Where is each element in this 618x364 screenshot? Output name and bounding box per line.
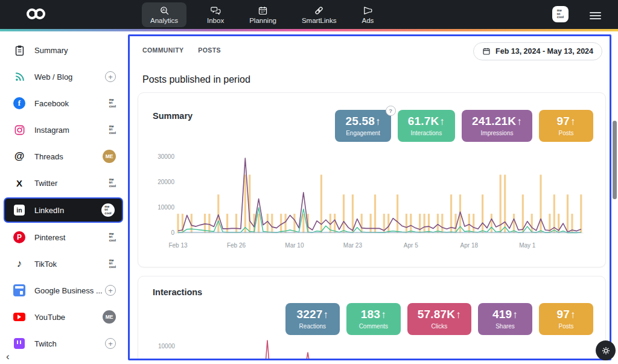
trend-up-icon: ↑ [517,116,522,127]
settings-fab[interactable] [596,340,616,360]
analytics-icon [159,5,170,16]
nav-label: Analytics [150,17,178,24]
metric-label: Impressions [472,130,522,136]
top-bar: Analytics Inbox Planning SmartLinks Ads … [0,0,618,29]
metric-value: 419↑ [488,308,522,321]
youtube-icon [13,313,25,321]
google-business-icon [13,284,25,296]
gear-icon [601,346,611,356]
metric-card-shares: 419↑ Shares [478,303,532,335]
sidebar-item-tiktok[interactable]: ♪ TikTok me tri cool [0,251,127,277]
metric-card-comments: 183↑ Comments [346,303,401,335]
sidebar-item-linkedin[interactable]: in LinkedIn me tri cool [4,197,123,223]
metric-value: 25.58↑ [345,115,380,128]
vertical-scrollbar-thumb[interactable] [613,121,617,199]
summary-metrics-row: ? 25.58↑ Engagement 61.7K↑ Interactions … [335,110,593,142]
sidebar-item-pinterest[interactable]: P Pinterest me tri cool [0,224,127,251]
instagram-icon [12,124,27,136]
sidebar-item-twitch[interactable]: Twitch + [0,330,127,357]
sidebar-item-label: LinkedIn [34,206,64,215]
twitch-icon [14,338,25,349]
metricool-account-badge: me tri cool [109,125,116,135]
metric-value: 97↑ [549,115,583,128]
calendar-icon [482,47,491,56]
sidebar-item-web-blog[interactable]: Web / Blog + [0,63,127,90]
help-icon[interactable]: ? [386,106,396,116]
sidebar-item-summary[interactable]: Summary [0,37,127,63]
sidebar-item-label: Twitch [34,339,57,348]
sidebar-item-threads[interactable]: @ Threads ME [0,143,127,170]
megaphone-icon [363,5,373,16]
metricool-brand-badge[interactable]: me tri cool [552,6,569,22]
metricool-account-badge: me tri cool [109,178,116,188]
sidebar-item-instagram[interactable]: Instagram me tri cool [0,117,127,143]
trend-up-icon: ↑ [570,309,576,321]
tab-posts[interactable]: POSTS [198,46,221,54]
interactions-card-title: Interactions [153,287,202,297]
brand-badge-text: me tri cool [557,9,564,19]
svg-text:Apr 18: Apr 18 [460,242,479,249]
metric-card-reactions: 3227↑ Reactions [285,303,340,335]
trend-up-icon: ↑ [381,309,386,321]
nav-ads[interactable]: Ads [357,2,378,27]
posts-chart: 0100002000030000Feb 13Feb 26Mar 10Mar 23… [150,150,591,253]
trend-up-icon: ↑ [570,116,576,127]
nav-label: Inbox [207,17,224,24]
metric-label: Engagement [345,130,380,136]
metric-value: 97↑ [549,308,583,321]
pinterest-icon: P [13,231,25,243]
add-account-button[interactable]: + [105,71,116,82]
svg-text:Mar 10: Mar 10 [285,242,304,249]
tab-bar: COMMUNITY POSTS [142,46,221,54]
metric-value: 183↑ [357,308,390,321]
sidebar-item-label: Summary [34,46,68,55]
sidebar-item-label: Instagram [34,126,69,135]
metric-label: Reactions [296,323,330,330]
sidebar-item-twitter[interactable]: X Twitter me tri cool [0,170,127,196]
sidebar-item-google-business[interactable]: Google Business ... + [0,277,127,304]
metric-card-posts: 97↑ Posts [539,110,593,142]
nav-label: Planning [249,17,276,24]
nav-label: SmartLinks [302,17,337,24]
date-range-picker[interactable]: Feb 13, 2024 - May 13, 2024 [473,42,602,60]
linkedin-icon: in [14,205,25,216]
sidebar-item-label: TikTok [34,260,57,269]
nav-inbox[interactable]: Inbox [202,2,229,27]
top-nav: Analytics Inbox Planning SmartLinks Ads [142,0,378,29]
svg-text:May 1: May 1 [519,242,536,249]
svg-text:20000: 20000 [158,179,174,185]
trend-up-icon: ↑ [512,309,518,321]
nav-analytics[interactable]: Analytics [142,2,186,27]
metric-card-engagement: ? 25.58↑ Engagement [335,110,390,142]
metric-value: 61.7K↑ [408,115,445,128]
sidebar-item-facebook[interactable]: f Facebook me tri cool [0,90,127,117]
metricool-account-badge: me tri cool [109,259,116,269]
svg-text:0: 0 [171,229,174,236]
metric-value: 3227↑ [296,308,330,321]
metricool-account-badge: me tri cool [109,232,116,243]
trend-up-icon: ↑ [439,116,445,127]
add-account-button[interactable]: + [105,285,116,296]
svg-text:Apr 5: Apr 5 [404,242,418,249]
add-account-button[interactable]: + [105,338,116,349]
sidebar-item-youtube[interactable]: YouTube ME [0,304,127,330]
page-title: Posts published in period [142,74,250,85]
nav-planning[interactable]: Planning [244,2,281,27]
menu-icon[interactable] [590,10,601,21]
interactions-metrics-row: 3227↑ Reactions 183↑ Comments 57.87K↑ Cl… [285,303,593,335]
nav-smartlinks[interactable]: SmartLinks [297,2,342,27]
trend-up-icon: ↑ [323,309,329,321]
tab-community[interactable]: COMMUNITY [142,46,183,54]
svg-text:Feb 13: Feb 13 [168,242,188,249]
collapse-sidebar-button[interactable]: ‹ [6,351,10,363]
sidebar-item-label: Threads [34,152,63,161]
svg-text:30000: 30000 [158,153,174,160]
inbox-icon [211,5,221,16]
trend-up-icon: ↑ [456,309,461,321]
sidebar-item-label: YouTube [34,313,65,322]
interactions-card: Interactions 3227↑ Reactions 183↑ Commen… [138,276,606,360]
metricool-account-badge: me tri cool [101,203,115,217]
metricool-logo[interactable] [27,8,45,19]
metric-value: 57.87K↑ [418,308,461,321]
metric-label: Posts [549,130,583,136]
